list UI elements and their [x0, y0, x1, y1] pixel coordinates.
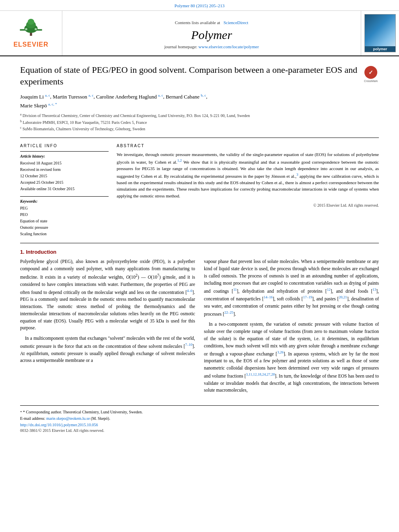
homepage-label: journal homepage: [164, 44, 197, 49]
abstract-col: Abstract We investigate, through osmotic… [117, 144, 379, 237]
copyright-line: © 2015 Elsevier Ltd. All rights reserved… [117, 202, 379, 208]
ref-20-21[interactable]: 20,21 [339, 295, 347, 299]
intro-two-col: Polyethylene glycol (PEG), also known as… [20, 258, 379, 397]
article-history-box: Article history: Received 18 August 2015… [20, 151, 109, 192]
affiliation-b: b Laboratoire PMMH, ESPCI, 10 Rue Vauque… [20, 119, 379, 125]
ref-3: 3 [296, 173, 298, 177]
svg-point-6 [35, 28, 37, 31]
email-line: E-mail address: marie.skepo@teokem.lu.se… [20, 415, 379, 422]
affiliations: a Division of Theoretical Chemistry, Cen… [20, 112, 379, 132]
ref-12[interactable]: 12 [327, 288, 331, 292]
author-1-sup: a, c [45, 93, 50, 97]
intro-para-2: In a multicomponent system that exchange… [20, 335, 195, 364]
top-bar: Polymer 80 (2015) 205–213 [0, 0, 399, 11]
homepage-text: journal homepage: www.elsevier.com/locat… [164, 44, 259, 49]
journal-name: Polymer [191, 28, 232, 42]
svg-text:✓: ✓ [368, 69, 373, 76]
polymer-thumb-label: polymer [365, 46, 395, 52]
contents-available-text: Contents lists available at ScienceDirec… [175, 20, 249, 25]
crossmark-text: CrossMark [364, 80, 378, 82]
divider-2 [20, 243, 379, 243]
contents-label: Contents lists available at [175, 20, 220, 25]
crossmark-svg: ✓ [366, 68, 375, 77]
affiliation-a: a Division of Theoretical Chemistry, Cen… [20, 112, 379, 119]
elsevier-text-label: ELSEVIER [13, 41, 48, 48]
keywords-heading: Keywords: [20, 199, 109, 203]
ref-17-19[interactable]: 17–19 [303, 295, 312, 299]
affil-b-sup: b [20, 119, 22, 123]
corresponding-author-text: * Corresponding author. Theoretical Chem… [23, 410, 143, 414]
journal-ref: Polymer 80 (2015) 205–213 [175, 3, 224, 8]
abstract-paragraph: We investigate, through osmotic pressure… [117, 151, 379, 199]
ref-13[interactable]: 13 [372, 288, 376, 292]
email-link[interactable]: marie.skepo@teokem.lu.se [46, 416, 90, 421]
article-info-col: Article info Article history: Received 1… [20, 144, 109, 237]
affil-a-sup: a [20, 113, 22, 116]
keyword-4: Osmotic pressure [20, 224, 109, 231]
divider-1 [20, 138, 379, 138]
crossmark-area[interactable]: ✓ CrossMark [363, 66, 379, 82]
keyword-3: Equation of state [20, 218, 109, 224]
author-3-sup: a, c [158, 93, 163, 97]
doi-link[interactable]: http://dx.doi.org/10.1016/j.polymer.2015… [20, 423, 98, 427]
article-title-section: Equation of state of PEG/PEO in good sol… [20, 64, 379, 87]
abstract-heading: Abstract [117, 144, 379, 148]
article-info-heading: Article info [20, 144, 109, 148]
intro-col-1: Polyethylene glycol (PEG), also known as… [20, 258, 195, 397]
ref-22-25[interactable]: 22–25 [224, 310, 234, 314]
elsevier-logo: ELSEVIER [13, 18, 48, 48]
author-2: Martin Turesson a, c [53, 94, 93, 100]
author-5-sup: a, c, * [48, 102, 57, 106]
history-heading: Article history: [20, 154, 109, 158]
email-label: E-mail address: [20, 416, 45, 421]
author-3: Caroline Anderberg Haglund a, c [96, 94, 163, 100]
abstract-text: We investigate, through osmotic pressure… [117, 151, 379, 208]
ref-1: 1,2 [177, 158, 182, 162]
svg-point-5 [25, 28, 27, 31]
article-title: Equation of state of PEG/PEO in good sol… [20, 64, 359, 87]
page: Polymer 80 (2015) 205–213 ELSEVIER [0, 0, 399, 532]
keyword-2: PEO [20, 212, 109, 218]
polymer-journal-thumbnail: polymer [364, 14, 396, 52]
keyword-1: PEG [20, 205, 109, 212]
affil-a-text: Division of Theoretical Chemistry, Cente… [23, 114, 250, 118]
intro-para-3: vapour phase that prevent loss of solute… [204, 258, 379, 318]
polymer-journal-thumb-area: polymer [361, 11, 399, 55]
keyword-5: Scaling function [20, 231, 109, 237]
affil-c-text: SuMo Biomaterials, Chalmers University o… [23, 127, 145, 131]
footer-area: * * Corresponding author. Theoretical Ch… [20, 405, 379, 437]
info-abstract-section: Article info Article history: Received 1… [20, 144, 379, 237]
footnote-star: * [20, 410, 22, 414]
ref-11[interactable]: 11 [233, 288, 237, 292]
history-received: Received 18 August 2015 [20, 160, 109, 166]
issn-line: 0032-3861/© 2015 Elsevier Ltd. All right… [20, 428, 379, 433]
elsevier-tree-icon [17, 18, 45, 40]
intro-col-2: vapour phase that prevent loss of solute… [204, 258, 379, 397]
ref-7-10[interactable]: 7–10 [185, 343, 192, 347]
ref-3-26[interactable]: 3,26 [277, 350, 284, 354]
sciencedirect-link[interactable]: ScienceDirect [224, 20, 249, 25]
header-area: ELSEVIER Contents lists available at Sci… [0, 11, 399, 56]
intro-para-1: Polyethylene glycol (PEG), also known as… [20, 258, 195, 332]
email-author-name: M. Skepö [92, 416, 108, 421]
history-revised-label: Received in revised form [20, 166, 109, 173]
doi-line: http://dx.doi.org/10.1016/j.polymer.2015… [20, 422, 379, 428]
ref-3-11-12[interactable]: 3,11,12,18,24,27,28 [246, 372, 275, 376]
history-accepted: Accepted 25 October 2015 [20, 179, 109, 186]
section-1-heading: 1. Introduction [20, 249, 379, 255]
ref-14-16[interactable]: 14–16 [264, 295, 273, 299]
authors-line: Joaquim Li a, c, Martin Turesson a, c, C… [20, 92, 379, 110]
introduction-section: 1. Introduction Polyethylene glycol (PEG… [20, 249, 379, 397]
elsevier-logo-area: ELSEVIER [0, 11, 62, 55]
article-content: Equation of state of PEG/PEO in good sol… [0, 56, 399, 445]
history-revised-date: 12 October 2015 [20, 173, 109, 179]
header-center: Contents lists available at ScienceDirec… [62, 11, 361, 55]
affil-b-text: Laboratoire PMMH, ESPCI, 10 Rue Vauqueli… [23, 120, 147, 125]
keywords-section: Keywords: PEG PEO Equation of state Osmo… [20, 196, 109, 237]
ref-4-6[interactable]: 4–6 [187, 289, 193, 293]
svg-point-4 [28, 19, 35, 25]
corresponding-author-note: * * Corresponding author. Theoretical Ch… [20, 409, 379, 415]
author-4-sup: b, c [201, 93, 206, 97]
homepage-url[interactable]: www.elsevier.com/locate/polymer [198, 44, 259, 49]
crossmark-icon: ✓ [364, 66, 377, 79]
